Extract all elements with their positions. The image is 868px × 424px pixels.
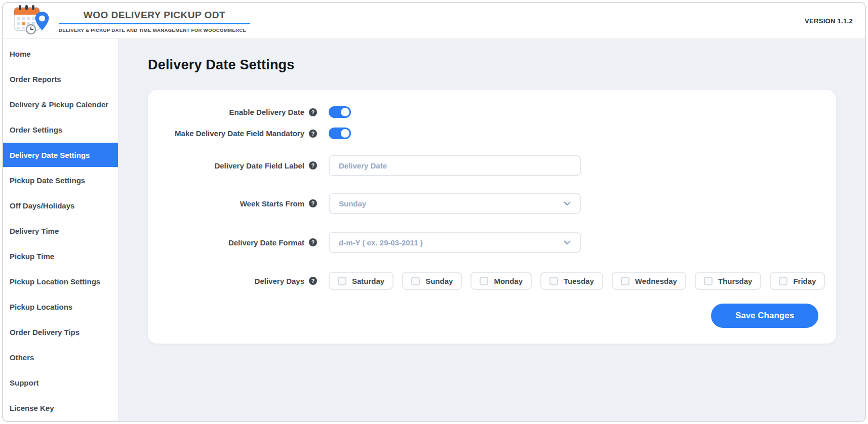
- calendar-pin-clock-logo-icon: [11, 5, 51, 35]
- day-checkbox-sunday[interactable]: Sunday: [402, 272, 462, 290]
- sidebar-item-pickup-location-settings[interactable]: Pickup Location Settings: [3, 269, 118, 294]
- sidebar-item-order-reports[interactable]: Order Reports: [3, 66, 118, 92]
- week-starts-from-value: Sunday: [339, 199, 366, 208]
- checkbox-icon[interactable]: [704, 277, 713, 285]
- toggle-knob: [341, 129, 349, 138]
- enable-delivery-date-label: Enable Delivery Date: [229, 108, 304, 116]
- version-label: VERSION 1.1.2: [805, 17, 853, 25]
- sidebar-item-pickup-time[interactable]: Pickup Time: [3, 243, 118, 269]
- save-changes-button[interactable]: Save Changes: [711, 304, 818, 328]
- mandatory-row: Make Delivery Date Field Mandatory ?: [148, 128, 351, 139]
- sidebar-item-pickup-date-settings[interactable]: Pickup Date Settings: [3, 167, 118, 193]
- checkbox-icon[interactable]: [621, 277, 629, 285]
- day-checkbox-saturday[interactable]: Saturday: [329, 272, 393, 290]
- sidebar-item-support[interactable]: Support: [3, 370, 118, 395]
- help-question-icon[interactable]: ?: [309, 130, 317, 138]
- delivery-days-row: Delivery Days ? Saturday Sunday Monday T…: [148, 272, 825, 290]
- checkbox-icon[interactable]: [338, 277, 346, 285]
- sidebar-item-delivery-date-settings[interactable]: Delivery Date Settings: [3, 143, 118, 167]
- sidebar-item-off-days-holidays[interactable]: Off Days/Holidays: [3, 193, 118, 218]
- help-question-icon[interactable]: ?: [309, 238, 317, 246]
- chevron-down-icon: [564, 201, 571, 206]
- delivery-date-format-select[interactable]: d-m-Y ( ex. 29-03-2011 ): [329, 232, 581, 253]
- sidebar: Home Order Reports Delivery & Pickup Cal…: [3, 39, 119, 420]
- sidebar-item-home[interactable]: Home: [3, 41, 118, 66]
- enable-delivery-date-row: Enable Delivery Date ?: [148, 106, 351, 118]
- sidebar-item-order-settings[interactable]: Order Settings: [3, 117, 118, 142]
- brand-title-block: WOO DELIVERY PICKUP ODT DELIVERY & PICKU…: [59, 10, 250, 33]
- app-header: WOO DELIVERY PICKUP ODT DELIVERY & PICKU…: [3, 3, 865, 39]
- sidebar-item-order-delivery-tips[interactable]: Order Delivery Tips: [3, 319, 118, 345]
- day-checkbox-monday[interactable]: Monday: [470, 272, 532, 290]
- checkbox-icon[interactable]: [411, 277, 420, 285]
- sidebar-item-pickup-locations[interactable]: Pickup Locations: [3, 294, 118, 319]
- app-title: WOO DELIVERY PICKUP ODT: [59, 10, 250, 21]
- week-starts-row: Week Starts From ? Sunday: [148, 193, 581, 214]
- delivery-days-group: Saturday Sunday Monday Tuesday Wednesday…: [329, 272, 825, 290]
- date-format-row: Delivery Date Format ? d-m-Y ( ex. 29-03…: [148, 232, 581, 253]
- sidebar-item-delivery-pickup-calender[interactable]: Delivery & Pickup Calender: [3, 92, 118, 117]
- mandatory-toggle[interactable]: [329, 128, 351, 139]
- sidebar-item-others[interactable]: Others: [3, 345, 118, 370]
- day-checkbox-thursday[interactable]: Thursday: [695, 272, 762, 290]
- app-body: Home Order Reports Delivery & Pickup Cal…: [3, 39, 865, 422]
- delivery-date-format-value: d-m-Y ( ex. 29-03-2011 ): [339, 238, 423, 247]
- help-question-icon[interactable]: ?: [309, 161, 317, 169]
- mandatory-label: Make Delivery Date Field Mandatory: [175, 129, 304, 138]
- day-checkbox-friday[interactable]: Friday: [770, 272, 825, 290]
- sidebar-item-license-key[interactable]: License Key: [3, 395, 118, 420]
- title-divider: [59, 23, 250, 24]
- chevron-down-icon: [564, 240, 571, 245]
- app-frame: WOO DELIVERY PICKUP ODT DELIVERY & PICKU…: [2, 2, 866, 422]
- help-question-icon[interactable]: ?: [309, 108, 317, 116]
- checkbox-icon[interactable]: [549, 277, 558, 285]
- delivery-date-field-label-input[interactable]: [329, 155, 581, 176]
- field-label-label: Delivery Date Field Label: [214, 161, 304, 170]
- day-checkbox-tuesday[interactable]: Tuesday: [540, 272, 603, 290]
- checkbox-icon[interactable]: [480, 277, 488, 285]
- day-checkbox-wednesday[interactable]: Wednesday: [612, 272, 686, 290]
- help-question-icon[interactable]: ?: [309, 199, 317, 207]
- delivery-days-label: Delivery Days: [255, 277, 304, 285]
- settings-card: Enable Delivery Date ? Make Delivery Dat…: [148, 90, 836, 344]
- date-format-label: Delivery Date Format: [228, 238, 304, 247]
- week-starts-from-select[interactable]: Sunday: [329, 193, 581, 214]
- help-question-icon[interactable]: ?: [309, 277, 317, 285]
- toggle-knob: [341, 108, 349, 116]
- app-logo: [11, 5, 51, 37]
- main-content: Delivery Date Settings Enable Delivery D…: [119, 39, 865, 422]
- page-title: Delivery Date Settings: [148, 57, 295, 73]
- enable-delivery-date-toggle[interactable]: [329, 106, 351, 118]
- sidebar-item-delivery-time[interactable]: Delivery Time: [3, 218, 118, 243]
- field-label-row: Delivery Date Field Label ?: [148, 155, 581, 176]
- week-starts-label: Week Starts From: [240, 199, 304, 208]
- app-subtitle: DELIVERY & PICKUP DATE AND TIME MANAGEME…: [59, 27, 250, 33]
- checkbox-icon[interactable]: [779, 277, 787, 285]
